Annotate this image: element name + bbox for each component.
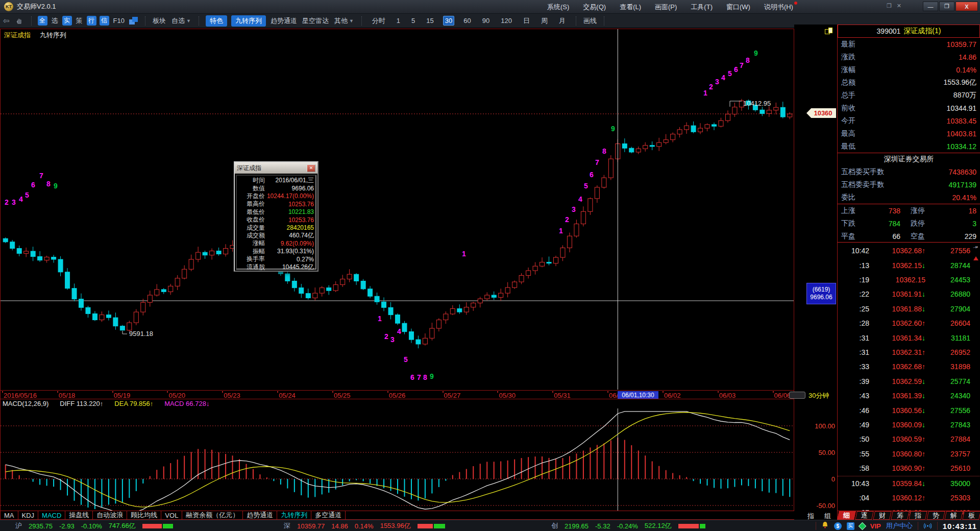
pane-restore-icon[interactable] (825, 28, 834, 35)
tick-row-14: :5510360.80↑23757 (838, 447, 980, 461)
panel-tab-label: 势 (933, 511, 939, 520)
period-30[interactable]: 30 (443, 16, 454, 26)
tick-scrollbar: 📌︎︎ (972, 243, 979, 531)
panel-tab-指[interactable]: 指 (909, 511, 927, 520)
panel-tab-势[interactable]: 势 (926, 511, 945, 520)
indicator-tab-自动波浪[interactable]: 自动波浪 (93, 511, 127, 519)
menu-1[interactable]: 交易(Q) (583, 3, 606, 12)
menu-3[interactable]: 画面(P) (655, 3, 677, 12)
feature-button-星空雷达[interactable]: 星空雷达 (302, 16, 329, 26)
minimize-button[interactable]: — (923, 2, 938, 11)
indicator-tab-九转序列[interactable]: 九转序列 (277, 511, 311, 519)
indicator-tab-KDJ[interactable]: KDJ (18, 511, 39, 519)
menu-0[interactable]: 系统(S) (547, 3, 569, 12)
indicator-tab-多空通道[interactable]: 多空通道 (311, 511, 346, 519)
popup-close-icon[interactable]: ✕ (307, 164, 315, 172)
popup-title-bar[interactable]: 深证成指 ✕ (235, 162, 317, 174)
macd-chart-pane[interactable] (0, 408, 794, 511)
quick-button-F10[interactable]: F10 (113, 17, 125, 25)
panel-tab-筹[interactable]: 筹 (891, 511, 910, 520)
menu-6[interactable]: 说明书(H) (764, 3, 793, 12)
index-quote-sh[interactable]: 沪2935.75-2.93-0.10%747.66亿 (15, 520, 173, 531)
quick-button-信[interactable]: 信 (100, 16, 109, 26)
vip-label[interactable]: VIP (870, 522, 881, 530)
menu-2[interactable]: 查看(L) (620, 3, 641, 12)
panel-tab-逐[interactable]: 逐 (855, 511, 874, 520)
indicator-tab-MACD[interactable]: MACD (38, 511, 65, 519)
macd-diff-value: DIFF 113.220↑ (60, 400, 103, 408)
user-center-link[interactable]: 用户中心 (886, 521, 913, 530)
quick-button-选[interactable]: 选 (52, 16, 58, 26)
macd-chart (1, 408, 794, 511)
axis-tick (773, 391, 774, 393)
network-signal-icon[interactable] (923, 522, 932, 530)
indicator-tab-融资余额（亿元）[interactable]: 融资余额（亿元） (182, 511, 243, 519)
period-1[interactable]: 1 (395, 16, 402, 26)
quick-button-实[interactable]: 实 (62, 16, 72, 26)
quote-value: 1553.96亿 (943, 78, 976, 87)
period-90[interactable]: 90 (480, 16, 492, 26)
more-button[interactable]: 其他▼ (334, 16, 354, 26)
period-周[interactable]: 周 (539, 15, 550, 27)
kline-info-popup[interactable]: 深证成指 ✕ 时间2016/06/01,三数值9696.06开盘价10244.1… (234, 161, 318, 272)
quote-row-7: 最高10403.81 (838, 127, 980, 140)
quick-button-策[interactable]: 策 (76, 16, 83, 26)
scroll-up-icon[interactable] (973, 256, 978, 260)
axis-date-label: 05/30 (499, 392, 516, 399)
quick-button-全[interactable]: 全 (38, 16, 47, 26)
pin-icon[interactable]: 📌︎︎ (972, 243, 980, 251)
close-button[interactable]: X (955, 2, 978, 11)
svg-text:1: 1 (462, 250, 466, 258)
period-分时[interactable]: 分时 (370, 15, 387, 27)
board-button[interactable]: 板块 (153, 16, 166, 26)
menu-4[interactable]: 工具(T) (691, 3, 713, 12)
tick-arrow-icon: ↓ (922, 392, 925, 400)
panel-tab-财[interactable]: 财 (873, 511, 892, 520)
indicator-tab-顾比均线[interactable]: 顾比均线 (127, 511, 161, 519)
quote-header[interactable]: 399001 深证成指(1) (838, 25, 980, 38)
quote-panel: 399001 深证成指(1) 最新10359.77涨跌14.86涨幅0.14%总… (837, 25, 980, 520)
indicator-tab-趋势通道[interactable]: 趋势通道 (243, 511, 277, 519)
buy-icon[interactable]: 买 (847, 522, 854, 530)
indicator-tab-MA[interactable]: MA (0, 511, 18, 519)
panel-tab-细[interactable]: 细 (837, 511, 856, 520)
quote-row-6: 今开10383.45 (838, 114, 980, 127)
diamond-icon[interactable] (859, 522, 867, 530)
tick-volume: 27556 (941, 406, 970, 415)
period-月[interactable]: 月 (557, 15, 568, 27)
chevron-down-icon: ▼ (186, 18, 191, 23)
svg-text:5: 5 (584, 182, 588, 190)
layers-icon[interactable] (129, 17, 138, 25)
tick-arrow-icon: ↑ (922, 319, 925, 327)
back-icon[interactable]: ⇦ (3, 16, 10, 26)
restore-button[interactable]: ❐ (939, 2, 954, 11)
fee-icon[interactable]: $ (834, 522, 842, 530)
period-日[interactable]: 日 (521, 15, 532, 27)
draw-line-button[interactable]: 画线 (583, 16, 597, 26)
quick-button-行[interactable]: 行 (87, 16, 96, 26)
feature-button-趋势通道[interactable]: 趋势通道 (271, 16, 297, 26)
panel-tab-板[interactable]: 板 (962, 511, 980, 520)
period-120[interactable]: 120 (499, 16, 514, 26)
period-label: 30分钟 (808, 391, 829, 400)
watchlist-button[interactable]: 自选▼ (172, 16, 191, 26)
svg-text:2: 2 (5, 198, 9, 206)
bell-icon[interactable] (821, 521, 829, 530)
index-quote-sz[interactable]: 深10359.7714.860.14%1553.96亿 (284, 520, 445, 531)
period-15[interactable]: 15 (424, 16, 435, 26)
indicator-tab-VOL[interactable]: VOL (161, 511, 182, 519)
index-quote-cy[interactable]: 创2199.65-5.32-0.24%522.12亿 (551, 520, 705, 531)
feature-button-特色[interactable]: 特色 (206, 15, 227, 27)
candlestick-chart-pane[interactable]: 深证成指 九转序列 234567891234567891123456789123… (0, 29, 794, 390)
hand-tool-icon[interactable] (16, 17, 23, 25)
mdi-close-icon[interactable]: ✕ (897, 3, 901, 9)
period-60[interactable]: 60 (461, 16, 473, 26)
panel-tab-解[interactable]: 解 (944, 511, 963, 520)
feature-button-九转序列[interactable]: 九转序列 (231, 15, 266, 27)
period-5[interactable]: 5 (409, 16, 417, 26)
indicator-tab-操盘线[interactable]: 操盘线 (65, 511, 93, 519)
axis-button[interactable] (789, 392, 805, 399)
menu-5[interactable]: 窗口(W) (726, 3, 750, 12)
mdi-restore-icon[interactable]: ❐ (887, 3, 892, 9)
quote-label: 涨幅 (841, 65, 855, 75)
